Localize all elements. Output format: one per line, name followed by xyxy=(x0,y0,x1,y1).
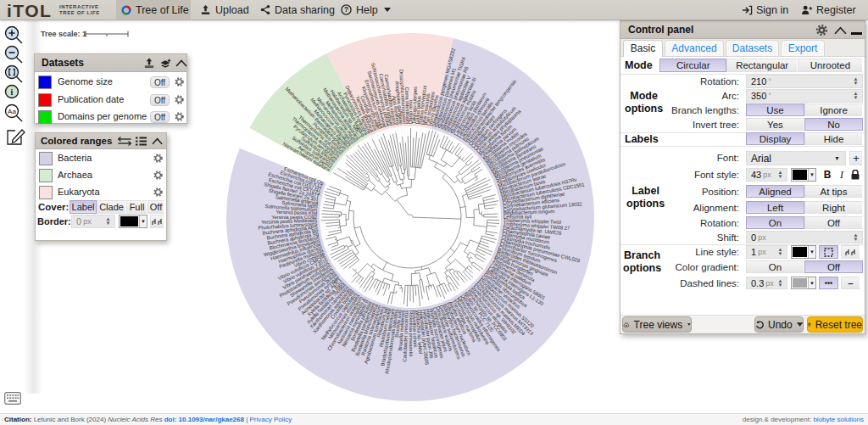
svg-text:Aa: Aa xyxy=(8,108,16,115)
svg-text:i: i xyxy=(11,87,14,97)
svg-text:Rickettsia prowazekii: Rickettsia prowazekii xyxy=(409,310,414,356)
svg-text:?: ? xyxy=(344,5,348,14)
